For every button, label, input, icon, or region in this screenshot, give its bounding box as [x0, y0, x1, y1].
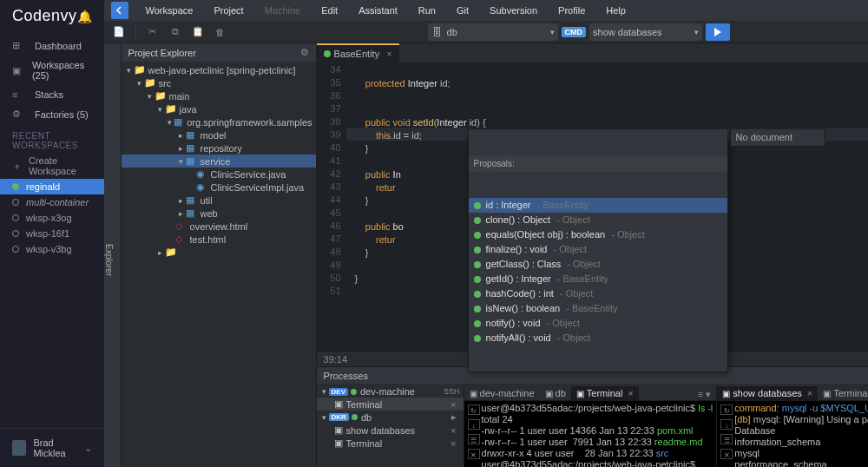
chevron-down-icon: ▾ [550, 28, 555, 36]
tree-row[interactable]: ▸▦util [122, 194, 316, 207]
paste-icon[interactable]: 📋 [188, 23, 207, 41]
proposal-item[interactable]: getClass() : Class - Object [469, 257, 727, 272]
terminal-icon: ▣ [823, 389, 831, 398]
process-item[interactable]: ▣Terminal× [317, 437, 464, 450]
menu-item[interactable]: Workspace [135, 5, 204, 16]
tree-row[interactable]: ▸▦model [122, 128, 316, 141]
tree-row[interactable]: ▾▦service [122, 155, 316, 168]
tree-row[interactable]: ◉ClinicService.java [122, 168, 316, 181]
cut-icon[interactable]: ✂ [143, 23, 162, 41]
terminal-icon: ▣ [334, 398, 343, 410]
proposal-item[interactable]: notify() : void - Object [469, 316, 727, 331]
close-icon[interactable]: × [386, 49, 391, 59]
user-menu[interactable]: Brad Micklea ⌄ [0, 428, 104, 467]
tree-row[interactable]: ▾📁main [122, 89, 316, 102]
workspace-item[interactable]: wksp-v3bg [0, 241, 104, 257]
status-dot-icon [474, 202, 481, 209]
app-sidebar: Codenvy 🔔 ⊞Dashboard▣Workspaces (25)≡Sta… [0, 0, 104, 467]
create-workspace[interactable]: ＋ Create Workspace [0, 153, 104, 179]
close-icon[interactable]: × [447, 399, 459, 410]
tree-row[interactable]: ◉ClinicServiceImpl.java [122, 181, 316, 194]
nav-item[interactable]: ⊞Dashboard [0, 36, 104, 56]
terminal-icon: ▣ [576, 389, 584, 398]
terminal-icon: ▣ [334, 437, 343, 449]
proposal-item[interactable]: getId() : Integer - BaseEntity [469, 272, 727, 286]
plus-icon: ＋ [12, 160, 22, 173]
status-dot-icon [474, 276, 481, 283]
workspace-item[interactable]: wksp-16f1 [0, 226, 104, 241]
terminal-1[interactable]: ↻↓☰✕ user@4b373d55adac:/projects/web-jav… [464, 401, 717, 467]
tree-row[interactable]: ▸▦repository [122, 141, 316, 155]
delete-icon[interactable]: 🗑 [211, 23, 230, 41]
play-icon[interactable]: ▸ [448, 411, 460, 423]
editor-tab[interactable]: BaseEntity × [317, 43, 399, 62]
pkg-icon: ▦ [174, 116, 184, 128]
menu-item[interactable]: Project [203, 5, 253, 16]
proposal-item[interactable]: hashCode() : int - Object [469, 286, 727, 301]
code-content[interactable]: protected Integer id; public void setId(… [346, 62, 868, 351]
terminal-tab[interactable]: ▣dev-machine [464, 386, 540, 400]
terminal-tab[interactable]: ▣show databases× [717, 386, 818, 400]
back-button[interactable] [111, 2, 128, 19]
tree-row[interactable]: ▾▦org.springframework.samples [122, 115, 316, 128]
tree-row[interactable]: ▾📁java [122, 102, 316, 115]
command-selector[interactable]: show databases ▾ [589, 23, 702, 41]
tree-row[interactable]: ▸▦web [122, 207, 316, 220]
pkg-icon: ▦ [186, 129, 198, 141]
target-selector[interactable]: 🗄 db ▾ [428, 23, 558, 41]
close-icon[interactable]: × [628, 388, 633, 398]
proposal-item[interactable]: id : Integer - BaseEntity [469, 198, 727, 213]
proposal-item[interactable]: isNew() : boolean - BaseEntity [469, 301, 727, 316]
menu-item[interactable]: Subversion [479, 5, 548, 16]
process-machine[interactable]: ▾DKRdb▸ [317, 411, 464, 424]
close-icon[interactable]: × [447, 425, 459, 436]
process-item[interactable]: ▣Terminal× [317, 398, 464, 411]
nav-item[interactable]: ▣Workspaces (25) [0, 56, 104, 85]
menu-item[interactable]: Edit [311, 5, 348, 16]
proposal-item[interactable]: clone() : Object - Object [469, 213, 727, 227]
workspace-item[interactable]: reginald [0, 179, 104, 194]
terminal-2[interactable]: ↻↓☰✕ command: mysql -u $MYSQL_USER -p$MY… [717, 401, 868, 467]
menu-item[interactable]: Help [595, 5, 636, 16]
tree-row[interactable]: ▾📁src [122, 76, 316, 89]
bell-icon[interactable]: 🔔 [77, 10, 92, 23]
nav-item[interactable]: ⚙Factories (5) [0, 104, 104, 124]
process-machine[interactable]: ▾DEVdev-machineSSH [317, 385, 464, 398]
proposal-item[interactable]: notifyAll() : void - Object [469, 331, 727, 345]
menu-item[interactable]: Profile [548, 5, 595, 16]
menu-item[interactable]: Run [408, 5, 446, 16]
tree-row[interactable]: ▾📁web-java-petclinic [spring-petclinic] [122, 63, 316, 76]
menu-item[interactable]: Machine [254, 5, 312, 16]
tree-row[interactable]: ▸📁 [122, 246, 316, 259]
workspace-item[interactable]: wksp-x3og [0, 210, 104, 226]
menu-item[interactable]: Assistant [348, 5, 408, 16]
terminal-tab[interactable]: ▣Terminal [818, 386, 868, 400]
proposal-item[interactable]: finalize() : void - Object [469, 242, 727, 257]
file-j-icon: ◉ [196, 181, 208, 193]
new-file-icon[interactable]: 📄 [109, 23, 128, 41]
explorer-vertical-tab[interactable]: Explorer [104, 43, 122, 467]
pkg-icon: ▦ [186, 207, 198, 219]
nav-item[interactable]: ≡Stacks [0, 85, 104, 104]
tab-menu-icon[interactable]: ≡ ▾ [693, 389, 716, 400]
editor: BaseEntity × ≡ ▾ 34353637383940414243444… [317, 43, 868, 366]
tree-row[interactable]: ◇test.html [122, 233, 316, 246]
terminal-tab[interactable]: ▣db [540, 386, 571, 400]
copy-icon[interactable]: ⧉ [166, 23, 185, 41]
close-icon[interactable]: × [807, 388, 812, 398]
terminal-tab[interactable]: ▣Terminal× [571, 386, 639, 400]
menu-item[interactable]: Git [446, 5, 479, 16]
gear-icon[interactable]: ⚙ [300, 47, 309, 58]
twisty-icon: ▾ [156, 105, 165, 114]
workspace-item[interactable]: multi-container [0, 194, 104, 210]
brand-logo: Codenvy [12, 7, 77, 25]
nav-icon: ▣ [12, 65, 25, 76]
tree-row[interactable]: ◇overview.html [122, 220, 316, 233]
proposal-item[interactable]: equals(Object obj) : boolean - Object [469, 227, 727, 242]
nav-icon: ⚙ [12, 109, 28, 120]
status-dot-icon [474, 335, 481, 342]
status-dot-icon [474, 320, 481, 327]
close-icon[interactable]: × [447, 438, 459, 449]
process-item[interactable]: ▣show databases× [317, 424, 464, 437]
run-button[interactable] [706, 23, 730, 41]
